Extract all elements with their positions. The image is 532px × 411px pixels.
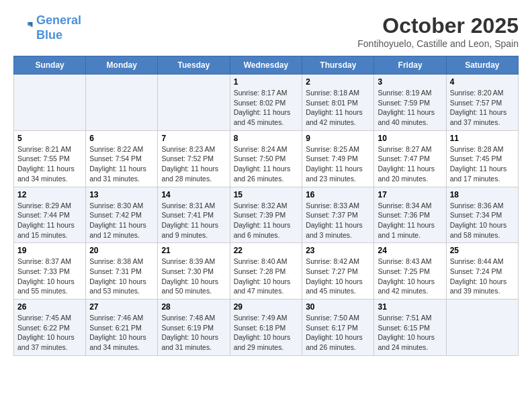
day-cell: 5Sunrise: 8:21 AM Sunset: 7:55 PM Daylig… [14, 130, 86, 187]
day-number: 14 [161, 190, 226, 199]
day-number: 23 [306, 246, 370, 255]
day-number: 22 [234, 246, 299, 255]
day-info: Sunrise: 8:18 AM Sunset: 8:01 PM Dayligh… [306, 88, 370, 128]
day-info: Sunrise: 7:48 AM Sunset: 6:19 PM Dayligh… [161, 313, 226, 353]
day-number: 24 [378, 246, 442, 255]
day-cell: 2Sunrise: 8:18 AM Sunset: 8:01 PM Daylig… [302, 75, 374, 131]
month-title: October 2025 [357, 13, 519, 38]
day-cell: 19Sunrise: 8:37 AM Sunset: 7:33 PM Dayli… [14, 243, 86, 300]
day-info: Sunrise: 8:42 AM Sunset: 7:27 PM Dayligh… [306, 257, 370, 296]
day-info: Sunrise: 8:38 AM Sunset: 7:31 PM Dayligh… [89, 257, 154, 296]
day-cell: 17Sunrise: 8:34 AM Sunset: 7:36 PM Dayli… [374, 187, 446, 243]
day-info: Sunrise: 8:30 AM Sunset: 7:42 PM Dayligh… [89, 201, 154, 240]
day-cell: 7Sunrise: 8:23 AM Sunset: 7:52 PM Daylig… [158, 130, 230, 187]
day-cell: 24Sunrise: 8:43 AM Sunset: 7:25 PM Dayli… [374, 243, 446, 300]
day-number: 21 [161, 246, 226, 255]
day-number: 16 [306, 190, 370, 199]
day-cell: 15Sunrise: 8:32 AM Sunset: 7:39 PM Dayli… [230, 187, 302, 243]
day-info: Sunrise: 8:22 AM Sunset: 7:54 PM Dayligh… [89, 144, 154, 184]
day-cell: 29Sunrise: 7:49 AM Sunset: 6:18 PM Dayli… [230, 300, 302, 356]
day-cell: 16Sunrise: 8:33 AM Sunset: 7:37 PM Dayli… [302, 187, 374, 243]
day-info: Sunrise: 8:27 AM Sunset: 7:47 PM Dayligh… [378, 144, 442, 184]
day-number: 13 [89, 190, 154, 199]
day-number: 15 [234, 190, 299, 199]
day-number: 25 [450, 246, 515, 255]
day-number: 20 [89, 246, 154, 255]
day-info: Sunrise: 8:44 AM Sunset: 7:24 PM Dayligh… [450, 257, 515, 296]
page-header: General Blue October 2025 Fontihoyuelo, … [13, 13, 519, 49]
day-cell: 28Sunrise: 7:48 AM Sunset: 6:19 PM Dayli… [158, 300, 230, 356]
week-row-2: 12Sunrise: 8:29 AM Sunset: 7:44 PM Dayli… [14, 187, 519, 243]
day-cell: 8Sunrise: 8:24 AM Sunset: 7:50 PM Daylig… [230, 130, 302, 187]
day-cell: 14Sunrise: 8:31 AM Sunset: 7:41 PM Dayli… [158, 187, 230, 243]
day-cell [14, 75, 86, 131]
calendar-body: 1Sunrise: 8:17 AM Sunset: 8:02 PM Daylig… [14, 75, 519, 356]
day-info: Sunrise: 8:19 AM Sunset: 7:59 PM Dayligh… [378, 88, 442, 128]
header-sunday: Sunday [14, 56, 86, 75]
day-number: 11 [450, 134, 515, 143]
day-cell: 21Sunrise: 8:39 AM Sunset: 7:30 PM Dayli… [158, 243, 230, 300]
day-cell: 9Sunrise: 8:25 AM Sunset: 7:49 PM Daylig… [302, 130, 374, 187]
day-cell: 12Sunrise: 8:29 AM Sunset: 7:44 PM Dayli… [14, 187, 86, 243]
header-row: SundayMondayTuesdayWednesdayThursdayFrid… [14, 56, 519, 75]
header-monday: Monday [86, 56, 158, 75]
calendar-table: SundayMondayTuesdayWednesdayThursdayFrid… [13, 56, 519, 356]
day-number: 19 [17, 246, 82, 255]
day-number: 30 [306, 302, 370, 312]
day-number: 18 [450, 190, 515, 199]
header-wednesday: Wednesday [230, 56, 302, 75]
day-cell: 23Sunrise: 8:42 AM Sunset: 7:27 PM Dayli… [302, 243, 374, 300]
day-info: Sunrise: 8:36 AM Sunset: 7:34 PM Dayligh… [450, 201, 515, 240]
header-tuesday: Tuesday [158, 56, 230, 75]
day-number: 8 [234, 134, 299, 143]
day-info: Sunrise: 8:34 AM Sunset: 7:36 PM Dayligh… [378, 201, 442, 240]
day-cell: 1Sunrise: 8:17 AM Sunset: 8:02 PM Daylig… [230, 75, 302, 131]
day-info: Sunrise: 7:51 AM Sunset: 6:15 PM Dayligh… [378, 313, 442, 353]
week-row-3: 19Sunrise: 8:37 AM Sunset: 7:33 PM Dayli… [14, 243, 519, 300]
location-subtitle: Fontihoyuelo, Castille and Leon, Spain [357, 38, 519, 49]
day-number: 6 [89, 134, 154, 143]
day-info: Sunrise: 8:40 AM Sunset: 7:28 PM Dayligh… [234, 257, 299, 296]
logo-line2: Blue [36, 28, 62, 42]
day-cell: 30Sunrise: 7:50 AM Sunset: 6:17 PM Dayli… [302, 300, 374, 356]
day-info: Sunrise: 8:17 AM Sunset: 8:02 PM Dayligh… [234, 88, 299, 128]
day-number: 10 [378, 134, 442, 143]
logo-text: General Blue [36, 13, 81, 42]
day-cell [446, 300, 518, 356]
day-info: Sunrise: 7:46 AM Sunset: 6:21 PM Dayligh… [89, 313, 154, 353]
week-row-4: 26Sunrise: 7:45 AM Sunset: 6:22 PM Dayli… [14, 300, 519, 356]
day-number: 28 [161, 302, 226, 312]
day-info: Sunrise: 8:39 AM Sunset: 7:30 PM Dayligh… [161, 257, 226, 296]
day-info: Sunrise: 8:28 AM Sunset: 7:45 PM Dayligh… [450, 144, 515, 184]
day-cell: 13Sunrise: 8:30 AM Sunset: 7:42 PM Dayli… [86, 187, 158, 243]
header-saturday: Saturday [446, 56, 518, 75]
day-cell: 26Sunrise: 7:45 AM Sunset: 6:22 PM Dayli… [14, 300, 86, 356]
day-number: 26 [17, 302, 82, 312]
day-info: Sunrise: 8:20 AM Sunset: 7:57 PM Dayligh… [450, 88, 515, 128]
day-number: 4 [450, 77, 515, 87]
day-number: 12 [17, 190, 82, 199]
week-row-1: 5Sunrise: 8:21 AM Sunset: 7:55 PM Daylig… [14, 130, 519, 187]
day-info: Sunrise: 8:25 AM Sunset: 7:49 PM Dayligh… [306, 144, 370, 184]
day-number: 7 [161, 134, 226, 143]
logo: General Blue [13, 13, 81, 42]
logo-line1: General [36, 13, 81, 27]
day-info: Sunrise: 8:33 AM Sunset: 7:37 PM Dayligh… [306, 201, 370, 240]
day-cell: 31Sunrise: 7:51 AM Sunset: 6:15 PM Dayli… [374, 300, 446, 356]
day-number: 27 [89, 302, 154, 312]
day-cell [158, 75, 230, 131]
day-number: 1 [234, 77, 299, 87]
title-block: October 2025 Fontihoyuelo, Castille and … [357, 13, 519, 49]
header-thursday: Thursday [302, 56, 374, 75]
logo-icon [13, 18, 34, 38]
day-cell: 22Sunrise: 8:40 AM Sunset: 7:28 PM Dayli… [230, 243, 302, 300]
day-info: Sunrise: 8:32 AM Sunset: 7:39 PM Dayligh… [234, 201, 299, 240]
day-number: 9 [306, 134, 370, 143]
day-cell: 4Sunrise: 8:20 AM Sunset: 7:57 PM Daylig… [446, 75, 518, 131]
day-info: Sunrise: 7:49 AM Sunset: 6:18 PM Dayligh… [234, 313, 299, 353]
day-number: 2 [306, 77, 370, 87]
week-row-0: 1Sunrise: 8:17 AM Sunset: 8:02 PM Daylig… [14, 75, 519, 131]
day-cell [86, 75, 158, 131]
day-number: 3 [378, 77, 442, 87]
day-number: 17 [378, 190, 442, 199]
